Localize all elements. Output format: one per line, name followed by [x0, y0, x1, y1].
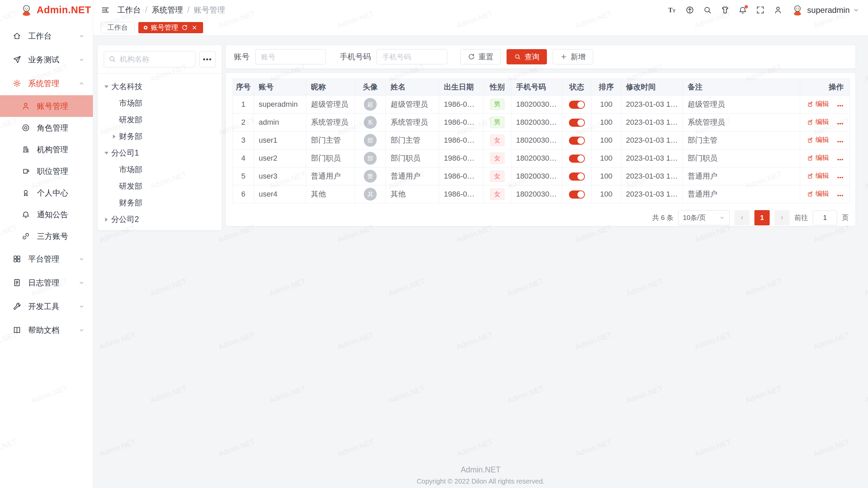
sidebar-item[interactable]: 业务测试	[0, 48, 93, 72]
edit-button[interactable]: 编辑	[807, 171, 829, 180]
more-actions-button[interactable]: •••	[837, 175, 844, 180]
edit-button[interactable]: 编辑	[807, 99, 829, 108]
caret-icon[interactable]	[103, 149, 110, 157]
tree-more-button[interactable]: •••	[199, 51, 216, 67]
close-tab-icon[interactable]	[191, 24, 198, 31]
status-toggle[interactable]	[569, 119, 585, 127]
cell-index: 3	[233, 131, 254, 149]
notification-badge	[745, 5, 748, 8]
chevron-down-icon	[78, 256, 85, 262]
notification-icon[interactable]	[735, 3, 750, 18]
tree-node[interactable]: 分公司2	[103, 211, 219, 228]
refresh-tab-icon[interactable]	[181, 24, 188, 31]
edit-button[interactable]: 编辑	[807, 117, 829, 126]
tree-node-label: 分公司1	[111, 148, 139, 158]
theme-icon[interactable]	[718, 3, 733, 18]
language-icon[interactable]	[683, 3, 697, 18]
search-icon[interactable]	[700, 3, 715, 18]
tree-node-label: 市场部	[119, 164, 142, 175]
sidebar-subitem[interactable]: 角色管理	[0, 117, 93, 139]
phone-input[interactable]	[377, 49, 447, 64]
more-actions-button[interactable]: •••	[837, 157, 844, 162]
tree-node[interactable]: 财务部	[103, 128, 219, 145]
table-row: 2 admin 系统管理员 系 系统管理员 1986-06-28 男 18020…	[233, 114, 850, 131]
avatar: 普	[364, 170, 377, 183]
user-menu[interactable]: superadmin	[791, 4, 859, 17]
sidebar-subitem-label: 职位管理	[37, 166, 68, 177]
next-page-button[interactable]	[774, 210, 790, 225]
search-icon	[514, 53, 521, 60]
caret-icon[interactable]	[111, 133, 118, 140]
more-actions-button[interactable]: •••	[837, 192, 844, 198]
user-icon[interactable]	[771, 3, 786, 18]
more-actions-button[interactable]: •••	[837, 103, 844, 108]
gender-tag: 男	[490, 117, 505, 128]
sidebar-subitem[interactable]: 通知公告	[0, 204, 93, 225]
sidebar-subitem[interactable]: 职位管理	[0, 160, 93, 182]
breadcrumb-item[interactable]: 工作台	[117, 5, 141, 15]
right-column: 账号 手机号码 重置 查询 新增	[225, 45, 856, 488]
tab-account-management[interactable]: 账号管理	[138, 22, 203, 33]
sidebar-subitem[interactable]: 个人中心	[0, 182, 93, 204]
more-actions-button[interactable]: •••	[837, 139, 844, 144]
tree-node[interactable]: 市场部	[103, 95, 219, 111]
reset-button[interactable]: 重置	[460, 49, 501, 64]
status-toggle[interactable]	[569, 155, 585, 163]
cell-account: superadmin	[254, 96, 306, 114]
tree-node[interactable]: 研发部	[103, 178, 219, 195]
page-footer: Admin.NET Copyright © 2022 Dilon All rig…	[93, 465, 868, 485]
sidebar-subitem[interactable]: 三方账号	[0, 225, 93, 247]
table-row: 6 user4 其他 其 其他 1986-06-28 女 18020030720…	[233, 185, 850, 203]
tab-label: 账号管理	[151, 23, 178, 32]
tree-node[interactable]: 财务部	[103, 195, 219, 211]
fullscreen-icon[interactable]	[753, 3, 768, 18]
sidebar-subitem[interactable]: 账号管理	[0, 95, 93, 117]
tree-node[interactable]: 市场部	[103, 161, 219, 178]
status-toggle[interactable]	[569, 101, 585, 109]
caret-icon[interactable]	[103, 216, 110, 223]
sidebar-item[interactable]: 日志管理	[0, 271, 93, 294]
more-actions-button[interactable]: •••	[837, 121, 844, 126]
prev-page-button[interactable]	[734, 210, 750, 225]
tree-node[interactable]: 大名科技	[103, 78, 219, 95]
tree-node-label: 财务部	[119, 198, 142, 208]
send-icon	[13, 55, 21, 64]
sidebar-item[interactable]: 工作台	[0, 24, 93, 48]
page-number-button[interactable]: 1	[754, 210, 770, 225]
query-button[interactable]: 查询	[507, 49, 547, 64]
cell-sort: 100	[592, 149, 621, 167]
add-button[interactable]: 新增	[553, 49, 593, 64]
sidebar-item[interactable]: 帮助文档	[0, 318, 93, 342]
tree-node[interactable]: 研发部	[103, 111, 219, 128]
cell-sort: 100	[592, 114, 621, 131]
brand-name: Admin.NET	[37, 4, 91, 16]
tree-node-label: 财务部	[119, 131, 142, 142]
org-tree: 大名科技市场部研发部财务部分公司1市场部研发部财务部分公司2	[98, 74, 222, 228]
org-name-search-input[interactable]	[104, 51, 195, 67]
sidebar-item[interactable]: 平台管理	[0, 247, 93, 271]
page-content: ••• 大名科技市场部研发部财务部分公司1市场部研发部财务部分公司2 账号 手机…	[93, 36, 868, 488]
brand-logo[interactable]: Admin.NET	[0, 0, 93, 20]
page-size-select[interactable]: 10条/页	[678, 210, 730, 225]
status-toggle[interactable]	[569, 137, 585, 145]
collapse-menu-icon[interactable]	[101, 5, 110, 15]
breadcrumb-item[interactable]: 系统管理	[152, 5, 183, 15]
caret-icon[interactable]	[103, 83, 110, 90]
font-size-icon[interactable]: TT	[665, 3, 680, 18]
edit-button[interactable]: 编辑	[807, 153, 829, 162]
edit-button[interactable]: 编辑	[807, 189, 829, 198]
breadcrumb-item[interactable]: 账号管理	[194, 5, 225, 15]
status-toggle[interactable]	[569, 172, 585, 181]
tree-node[interactable]: 分公司1	[103, 145, 219, 161]
account-input[interactable]	[255, 49, 326, 64]
column-header: 序号	[233, 79, 254, 96]
sidebar-subitem[interactable]: 机构管理	[0, 139, 93, 160]
edit-button[interactable]: 编辑	[807, 135, 829, 144]
goto-page-input[interactable]	[813, 210, 837, 225]
column-header: 排序	[592, 79, 621, 96]
cell-name: 部门职员	[386, 149, 439, 167]
tab-workbench[interactable]: 工作台	[101, 22, 135, 33]
sidebar-item[interactable]: 开发工具	[0, 294, 93, 318]
status-toggle[interactable]	[569, 190, 585, 199]
sidebar-item[interactable]: 系统管理	[0, 72, 93, 95]
